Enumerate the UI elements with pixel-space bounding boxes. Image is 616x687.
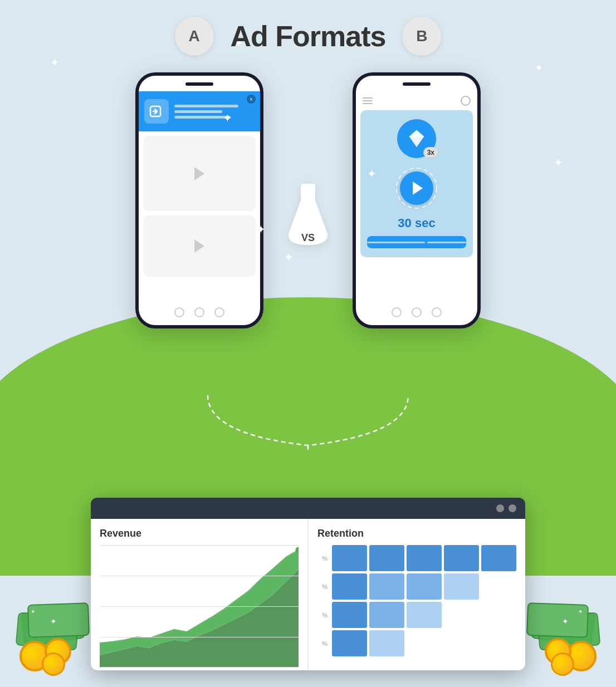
sparkle-icon: ✦ — [50, 56, 60, 69]
text-line — [174, 116, 231, 119]
multiplier-badge: 3x — [423, 147, 438, 158]
sparkle-icon: ✦ — [284, 251, 294, 264]
ret-cell — [481, 573, 516, 600]
sparkle-icon: ✦ — [554, 156, 563, 169]
ret-cell — [444, 545, 479, 571]
window-dot — [509, 504, 516, 512]
ret-cell — [407, 573, 442, 600]
nav-button[interactable] — [392, 307, 402, 317]
nav-button[interactable] — [194, 307, 204, 317]
ad-icon-box — [144, 99, 169, 124]
phone-nav-bar — [356, 307, 477, 317]
close-icon[interactable]: × — [247, 95, 256, 104]
ret-cell — [332, 573, 367, 600]
ret-cell — [369, 630, 404, 656]
nav-button[interactable] — [214, 307, 224, 317]
ret-cell — [407, 602, 442, 628]
retention-panel: Retention % % % — [309, 519, 525, 670]
play-icon — [194, 239, 204, 253]
ret-cell — [369, 602, 404, 628]
ret-cell — [481, 545, 516, 571]
ret-cell — [481, 602, 516, 628]
ret-cell — [444, 630, 479, 656]
revenue-panel: Revenue — [91, 519, 307, 670]
duration-label: 30 sec — [398, 216, 435, 230]
dashboard-content: Revenue — [91, 519, 525, 670]
cta-bar[interactable] — [367, 236, 466, 248]
ret-cell — [332, 545, 367, 571]
svg-rect-7 — [301, 184, 315, 203]
video-card-1 — [143, 136, 256, 211]
svg-point-6 — [397, 168, 437, 208]
ret-cell — [407, 630, 442, 656]
window-dot — [496, 504, 504, 512]
phone-a: × — [135, 72, 263, 328]
ret-cell — [407, 545, 442, 571]
ret-cell — [332, 602, 367, 628]
vs-label: VS — [301, 232, 315, 244]
sparkle-icon: ✦ — [367, 167, 377, 180]
banner-ad-header: × — [139, 91, 260, 131]
ret-cell — [481, 630, 516, 656]
ret-cell — [444, 573, 479, 600]
dashed-lines — [141, 390, 475, 451]
sparkle-icon: ✦ — [256, 223, 266, 236]
phone-nav-bar — [139, 307, 260, 317]
badge-b: B — [402, 17, 441, 56]
ad-text-lines — [174, 105, 255, 119]
ret-label: % — [317, 602, 330, 628]
text-line — [174, 110, 222, 113]
ret-label: % — [317, 573, 330, 600]
ret-cell — [369, 573, 404, 600]
reward-diamond: 3x — [397, 119, 436, 158]
play-button[interactable] — [394, 166, 439, 210]
header: A Ad Formats B — [0, 17, 616, 56]
analytics-dashboard: Revenue — [91, 498, 525, 670]
revenue-title: Revenue — [100, 528, 299, 539]
video-card-2 — [143, 215, 256, 277]
nav-button[interactable] — [432, 307, 442, 317]
nav-button[interactable] — [412, 307, 422, 317]
flask-icon: VS — [283, 184, 333, 251]
hamburger-icon — [363, 97, 373, 104]
text-line — [174, 105, 238, 107]
sparkle-icon: ✦ — [534, 61, 544, 75]
play-icon — [194, 167, 204, 180]
retention-grid: % % % % — [317, 545, 516, 656]
rewarded-ad-area: 3x 30 sec — [360, 110, 473, 257]
ret-label: % — [317, 630, 330, 656]
badge-a: A — [175, 17, 214, 56]
dashboard-titlebar — [91, 498, 525, 519]
phone-b: 3x 30 sec — [353, 72, 481, 328]
retention-title: Retention — [317, 528, 516, 539]
page-title: Ad Formats — [231, 19, 386, 53]
revenue-chart — [100, 545, 299, 668]
sparkle-icon: ✦ — [223, 111, 232, 125]
phone-top-bar — [356, 91, 477, 110]
ret-cell — [332, 630, 367, 656]
ret-cell — [369, 545, 404, 571]
nav-button[interactable] — [174, 307, 184, 317]
menu-button[interactable] — [461, 96, 471, 106]
vs-flask: VS — [283, 184, 333, 251]
ret-label: % — [317, 545, 330, 571]
ret-cell — [444, 602, 479, 628]
